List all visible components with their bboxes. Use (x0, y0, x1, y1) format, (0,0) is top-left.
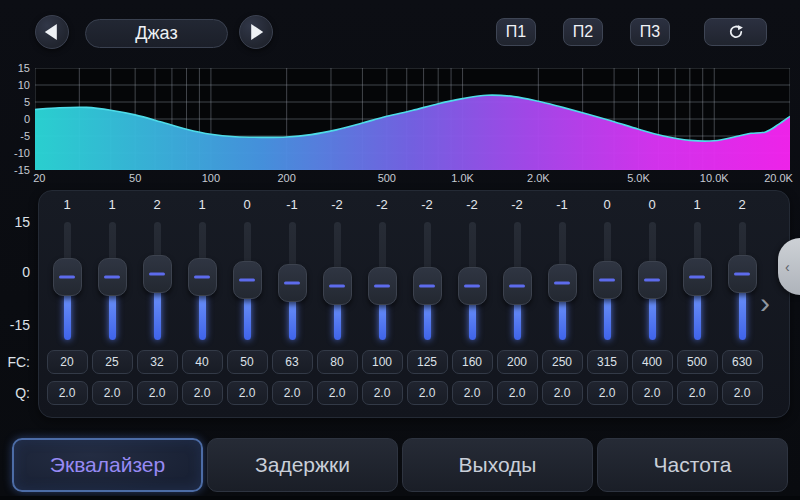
slider-thumb[interactable] (188, 258, 217, 296)
tab-label: Частота (654, 453, 732, 477)
x-tick-label: 50 (129, 171, 141, 185)
band-gain-slider[interactable] (405, 220, 450, 342)
preset-memory-1-button[interactable]: П1 (496, 18, 536, 46)
slider-fill (649, 295, 656, 340)
scroll-more-bands-button[interactable]: › (760, 288, 770, 318)
band-fc-button[interactable]: 100 (362, 350, 403, 374)
slider-thumb[interactable] (638, 261, 667, 299)
band-q-button[interactable]: 2.0 (677, 381, 718, 405)
band-gain-slider[interactable] (270, 220, 315, 342)
y-tick-label: 10 (0, 78, 30, 92)
prev-preset-button[interactable] (35, 15, 69, 49)
band-fc-button[interactable]: 50 (227, 350, 268, 374)
tab-outputs[interactable]: Выходы (402, 438, 593, 492)
band-fc-button[interactable]: 63 (272, 350, 313, 374)
band-fc-button[interactable]: 630 (722, 350, 763, 374)
slider-thumb[interactable] (233, 261, 262, 299)
eq-band-column: 0 315 2.0 (585, 196, 630, 410)
band-q-button[interactable]: 2.0 (452, 381, 493, 405)
band-gain-slider[interactable] (180, 220, 225, 342)
y-tick-label: -15 (0, 163, 30, 177)
slider-thumb[interactable] (413, 267, 442, 305)
band-gain-slider[interactable] (225, 220, 270, 342)
band-gain-slider[interactable] (45, 220, 90, 342)
band-gain-slider[interactable] (135, 220, 180, 342)
eq-curve-chart (35, 68, 790, 170)
band-fc-button[interactable]: 20 (47, 350, 88, 374)
tab-equalizer[interactable]: Эквалайзер (12, 438, 203, 492)
tab-frequency[interactable]: Частота (597, 438, 788, 492)
band-q-button[interactable]: 2.0 (587, 381, 628, 405)
band-q-button[interactable]: 2.0 (497, 381, 538, 405)
band-gain-slider[interactable] (720, 220, 765, 342)
band-q-button[interactable]: 2.0 (722, 381, 763, 405)
band-fc-button[interactable]: 80 (317, 350, 358, 374)
slider-thumb-marker (554, 282, 570, 285)
slider-thumb[interactable] (53, 258, 82, 296)
tab-label: Задержки (255, 453, 350, 477)
band-gain-slider[interactable] (495, 220, 540, 342)
slider-fill (109, 292, 116, 340)
band-fc-button[interactable]: 400 (632, 350, 673, 374)
band-fc-button[interactable]: 40 (182, 350, 223, 374)
slider-fill (694, 292, 701, 340)
slider-thumb[interactable] (503, 267, 532, 305)
band-fc-button[interactable]: 315 (587, 350, 628, 374)
tab-delays[interactable]: Задержки (207, 438, 398, 492)
slider-thumb-marker (149, 273, 165, 276)
band-fc-button[interactable]: 160 (452, 350, 493, 374)
band-q-button[interactable]: 2.0 (407, 381, 448, 405)
reset-eq-button[interactable] (704, 18, 767, 46)
eq-band-column: 0 50 2.0 (225, 196, 270, 410)
band-fc-button[interactable]: 25 (92, 350, 133, 374)
slider-thumb-marker (194, 276, 210, 279)
frequency-response-graph (35, 68, 790, 170)
slider-thumb[interactable] (728, 255, 757, 293)
band-gain-slider[interactable] (585, 220, 630, 342)
slider-thumb[interactable] (323, 267, 352, 305)
band-q-button[interactable]: 2.0 (317, 381, 358, 405)
band-q-button[interactable]: 2.0 (227, 381, 268, 405)
slider-thumb[interactable] (458, 267, 487, 305)
band-gain-slider[interactable] (360, 220, 405, 342)
slider-thumb[interactable] (143, 255, 172, 293)
slider-fill (379, 301, 386, 340)
band-fc-button[interactable]: 125 (407, 350, 448, 374)
slider-thumb[interactable] (548, 264, 577, 302)
chevron-left-icon: ‹ (785, 258, 790, 274)
next-preset-button[interactable] (239, 15, 273, 49)
preset-memory-2-button[interactable]: П2 (563, 18, 603, 46)
band-q-button[interactable]: 2.0 (542, 381, 583, 405)
band-gain-slider[interactable] (540, 220, 585, 342)
band-gain-slider[interactable] (630, 220, 675, 342)
band-gain-value: -2 (315, 196, 360, 214)
slider-thumb[interactable] (98, 258, 127, 296)
band-q-button[interactable]: 2.0 (92, 381, 133, 405)
band-q-button[interactable]: 2.0 (632, 381, 673, 405)
slider-thumb[interactable] (683, 258, 712, 296)
slider-thumb[interactable] (368, 267, 397, 305)
band-gain-slider[interactable] (450, 220, 495, 342)
preset-memory-3-button[interactable]: П3 (630, 18, 670, 46)
band-q-button[interactable]: 2.0 (137, 381, 178, 405)
slider-thumb[interactable] (278, 264, 307, 302)
slider-fill (64, 292, 71, 340)
band-q-button[interactable]: 2.0 (47, 381, 88, 405)
band-q-button[interactable]: 2.0 (182, 381, 223, 405)
tab-label: Эквалайзер (50, 453, 165, 477)
q-row-label: Q: (0, 381, 30, 405)
slider-thumb[interactable] (593, 261, 622, 299)
y-tick-label: 5 (0, 95, 30, 109)
band-fc-button[interactable]: 250 (542, 350, 583, 374)
band-gain-slider[interactable] (90, 220, 135, 342)
band-q-button[interactable]: 2.0 (272, 381, 313, 405)
band-fc-button[interactable]: 500 (677, 350, 718, 374)
band-gain-slider[interactable] (315, 220, 360, 342)
band-gain-slider[interactable] (675, 220, 720, 342)
y-tick-label: 15 (0, 61, 30, 75)
preset-name[interactable]: Джаз (85, 19, 228, 48)
band-fc-button[interactable]: 200 (497, 350, 538, 374)
band-fc-button[interactable]: 32 (137, 350, 178, 374)
band-q-button[interactable]: 2.0 (362, 381, 403, 405)
slider-fill (244, 295, 251, 340)
